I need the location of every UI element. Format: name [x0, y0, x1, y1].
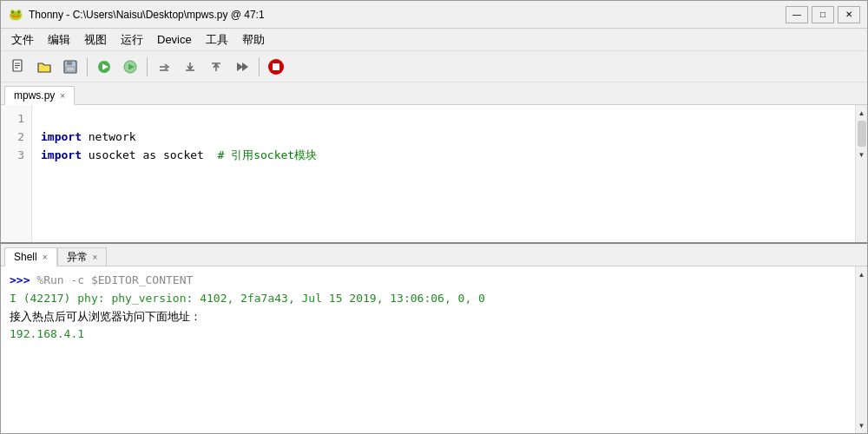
scroll-thumb[interactable]: [858, 121, 866, 147]
save-button[interactable]: [58, 55, 82, 79]
menu-view[interactable]: 视图: [77, 30, 114, 49]
editor-tab-label: mpws.py: [14, 89, 55, 102]
open-button[interactable]: [32, 55, 56, 79]
step-into-button[interactable]: [178, 55, 202, 79]
shell-tab-label: Shell: [14, 251, 37, 263]
shell-exception-label: 异常: [67, 250, 88, 265]
window-controls: — □ ✕: [786, 6, 860, 23]
menu-help[interactable]: 帮助: [235, 30, 272, 49]
menu-bar: 文件 编辑 视图 运行 Device 工具 帮助: [1, 29, 867, 51]
svg-marker-12: [242, 62, 248, 71]
title-bar: 🐸 Thonny - C:\Users\Naisu\Desktop\mpws.p…: [1, 1, 867, 29]
shell-scroll-up[interactable]: ▲: [857, 268, 867, 280]
shell-tab-close[interactable]: ×: [43, 253, 48, 262]
menu-device[interactable]: Device: [150, 31, 199, 48]
editor-tab-mpws[interactable]: mpws.py ×: [4, 86, 75, 105]
editor-tab-close[interactable]: ×: [60, 91, 65, 101]
menu-run[interactable]: 运行: [114, 30, 150, 49]
toolbar-separator-2: [147, 57, 148, 76]
editor-tab-bar: mpws.py ×: [1, 82, 867, 105]
line-num-1: 1: [1, 110, 24, 128]
run-button[interactable]: [92, 55, 116, 79]
new-button[interactable]: [6, 55, 30, 79]
menu-tools[interactable]: 工具: [199, 30, 235, 49]
shell-prompt: >>>: [10, 273, 30, 286]
shell-exception-close[interactable]: ×: [93, 253, 98, 262]
app-icon: 🐸: [8, 7, 23, 23]
svg-rect-5: [67, 61, 72, 65]
shell-text[interactable]: >>> %Run -c $EDITOR_CONTENT I (42217) ph…: [1, 266, 855, 433]
close-button[interactable]: ✕: [838, 6, 860, 23]
shell-tab-exception[interactable]: 异常 ×: [57, 247, 108, 266]
code-editor[interactable]: 1 2 3 import network import usocket as s…: [1, 105, 867, 242]
shell-output-line2: 接入热点后可从浏览器访问下面地址：: [10, 308, 846, 326]
minimize-button[interactable]: —: [786, 6, 808, 23]
line-num-3: 3: [1, 147, 24, 165]
maximize-button[interactable]: □: [812, 6, 834, 23]
shell-scroll-down[interactable]: ▼: [857, 419, 867, 431]
shell-scrollbar[interactable]: ▲ ▼: [855, 266, 867, 433]
step-over-button[interactable]: [152, 55, 176, 79]
line-numbers: 1 2 3: [1, 105, 32, 242]
shell-output-line3: 192.168.4.1: [10, 326, 846, 344]
shell-tab-shell[interactable]: Shell ×: [4, 247, 57, 266]
svg-marker-11: [237, 62, 243, 71]
editor-area: mpws.py × 1 2 3 import network import us…: [1, 82, 867, 242]
shell-area: Shell × 异常 × >>> %Run -c $EDITOR_CONTENT…: [1, 242, 867, 433]
title-text: Thonny - C:\Users\Naisu\Desktop\mpws.py …: [29, 9, 786, 21]
scroll-up-arrow[interactable]: ▲: [857, 107, 867, 119]
menu-edit[interactable]: 编辑: [41, 30, 77, 49]
editor-scrollbar[interactable]: ▲ ▼: [855, 105, 867, 242]
step-out-button[interactable]: [204, 55, 228, 79]
debug-button[interactable]: [118, 55, 142, 79]
scroll-down-arrow[interactable]: ▼: [857, 148, 867, 161]
toolbar-separator-3: [259, 57, 260, 76]
shell-content: >>> %Run -c $EDITOR_CONTENT I (42217) ph…: [1, 266, 867, 433]
svg-rect-6: [66, 67, 75, 71]
menu-file[interactable]: 文件: [4, 30, 41, 49]
code-content[interactable]: import network import usocket as socket …: [32, 105, 855, 242]
shell-input-line: >>> %Run -c $EDITOR_CONTENT: [10, 272, 846, 290]
toolbar: [1, 51, 867, 82]
resume-button[interactable]: [230, 55, 254, 79]
shell-tab-bar: Shell × 异常 ×: [1, 244, 867, 266]
shell-output-line1: I (42217) phy: phy_version: 4102, 2fa7a4…: [10, 290, 846, 308]
stop-button[interactable]: [264, 55, 288, 79]
line-num-2: 2: [1, 128, 24, 147]
shell-command: %Run -c $EDITOR_CONTENT: [30, 273, 193, 286]
toolbar-separator-1: [87, 57, 88, 76]
svg-rect-14: [273, 63, 279, 70]
